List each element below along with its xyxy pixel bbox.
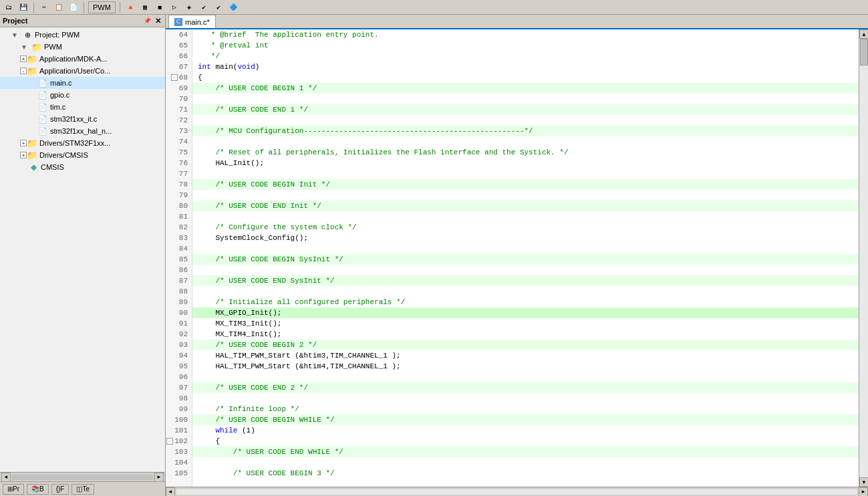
tab-templates[interactable]: ◫ Te: [71, 484, 94, 495]
tree-item-stm32-hal[interactable]: 📄 stm32f1xx_hal_n...: [0, 125, 165, 137]
expand-mdk-icon[interactable]: +: [20, 55, 27, 62]
code-line-76[interactable]: HAL_Init();: [192, 158, 859, 168]
code-line-74[interactable]: [192, 136, 859, 147]
hscroll-track[interactable]: [12, 475, 153, 480]
toolbar-icon-11[interactable]: ✔: [198, 1, 210, 13]
tab-project[interactable]: ⊞ Pr: [3, 484, 24, 495]
toolbar-icon-5[interactable]: 📄: [67, 1, 80, 13]
code-line-99[interactable]: /* Infinite loop */: [192, 404, 859, 414]
toolbar-icon-10[interactable]: ◈: [183, 1, 195, 13]
code-line-65[interactable]: * @retval int: [192, 40, 859, 51]
code-line-73[interactable]: /* MCU Configuration--------------------…: [192, 126, 859, 136]
toolbar-icon-9[interactable]: ▷: [168, 1, 180, 13]
tree-item-cmsis[interactable]: ◆ CMSIS: [0, 161, 165, 173]
tree-item-tim-c[interactable]: 📄 tim.c: [0, 101, 165, 113]
line-num-98: 98: [166, 393, 192, 404]
toolbar-icon-2[interactable]: 💾: [17, 1, 29, 13]
editor-tab-main-c[interactable]: C main.c*: [168, 15, 216, 28]
code-line-79[interactable]: [192, 190, 859, 201]
code-line-85[interactable]: /* USER CODE BEGIN SysInit */: [192, 254, 859, 265]
code-line-96[interactable]: [192, 372, 859, 382]
code-line-86[interactable]: [192, 265, 859, 275]
toolbar-icon-13[interactable]: 🔷: [227, 1, 239, 13]
code-line-64[interactable]: * @brief The application entry point.: [192, 29, 859, 40]
code-line-82[interactable]: /* Configure the system clock */: [192, 222, 859, 233]
code-line-75[interactable]: /* Reset of all peripherals, Initializes…: [192, 147, 859, 158]
line-num-66: 66: [166, 51, 192, 61]
tree-item-drivers-stm32[interactable]: + 📁 Drivers/STM32F1xx...: [0, 137, 165, 149]
line-num-65: 65: [166, 40, 192, 51]
code-line-104[interactable]: [192, 457, 859, 468]
code-line-84[interactable]: [192, 243, 859, 254]
expand-drivers-cmsis-icon[interactable]: +: [20, 152, 27, 158]
tree-item-drivers-cmsis[interactable]: + 📁 Drivers/CMSIS: [0, 149, 165, 161]
tree-item-main-c[interactable]: 📄 main.c: [0, 77, 165, 89]
code-line-80[interactable]: /* USER CODE END Init */: [192, 201, 859, 211]
code-lines[interactable]: * @brief The application entry point. * …: [192, 29, 859, 487]
toolbar-icon-8[interactable]: ◼: [154, 1, 166, 13]
hscroll-right[interactable]: ►: [154, 473, 164, 482]
code-line-102[interactable]: {: [192, 436, 859, 447]
code-line-70[interactable]: [192, 94, 859, 104]
code-line-105[interactable]: /* USER CODE BEGIN 3 */: [192, 468, 859, 479]
line-num-83: 83: [166, 233, 192, 243]
code-line-95[interactable]: HAL_TIM_PWM_Start (&htim4,TIM_CHANNEL_1 …: [192, 361, 859, 372]
hscroll-right-editor[interactable]: ►: [859, 487, 868, 497]
vscroll-up[interactable]: ▲: [859, 29, 868, 39]
sidebar: Project 📌 ✕ ▼ ⊕ Project: PWM: [0, 15, 166, 496]
code-line-97[interactable]: /* USER CODE END 2 */: [192, 382, 859, 393]
tree-item-project-pwm[interactable]: ▼ ⊕ Project: PWM: [0, 29, 165, 41]
project-tree: ▼ ⊕ Project: PWM ▼ 📁 PWM + 📁: [0, 27, 165, 472]
vscroll-thumb[interactable]: [860, 39, 868, 66]
code-line-94[interactable]: HAL_TIM_PWM_Start (&htim3,TIM_CHANNEL_1 …: [192, 350, 859, 361]
tree-item-stm32-it[interactable]: 📄 stm32f1xx_it.c: [0, 113, 165, 125]
code-line-98[interactable]: [192, 393, 859, 404]
pin-icon[interactable]: 📌: [142, 16, 152, 25]
toolbar-icon-1[interactable]: 🗂: [3, 1, 15, 13]
tree-item-pwm[interactable]: ▼ 📁 PWM: [0, 41, 165, 53]
hscroll-track-editor[interactable]: [176, 489, 857, 495]
close-icon[interactable]: ✕: [153, 16, 162, 25]
fold-icon-68[interactable]: -: [171, 74, 178, 81]
toolbar-icon-3[interactable]: ✂: [38, 1, 50, 13]
code-line-87[interactable]: /* USER CODE END SysInit */: [192, 275, 859, 286]
vscroll-down[interactable]: ▼: [859, 477, 868, 487]
tree-item-app-user[interactable]: - 📁 Application/User/Co...: [0, 65, 165, 77]
tree-item-app-mdk[interactable]: + 📁 Application/MDK-A...: [0, 53, 165, 65]
expand-user-icon[interactable]: -: [20, 68, 27, 74]
tree-label-app-mdk: Application/MDK-A...: [39, 55, 107, 63]
code-line-90[interactable]: MX_GPIO_Init();: [192, 307, 859, 318]
code-line-77[interactable]: [192, 168, 859, 179]
expand-drivers-stm32-icon[interactable]: +: [20, 140, 27, 146]
tab-project-label: Pr: [13, 485, 19, 493]
code-line-71[interactable]: /* USER CODE END 1 */: [192, 104, 859, 115]
code-line-83[interactable]: SystemClock_Config();: [192, 233, 859, 243]
code-line-91[interactable]: MX_TIM3_Init();: [192, 318, 859, 329]
toolbar-icon-6[interactable]: 🔺: [124, 1, 136, 13]
vscroll-track[interactable]: [859, 39, 868, 477]
hscroll-left[interactable]: ◄: [1, 473, 11, 482]
hscroll-left-editor[interactable]: ◄: [166, 487, 175, 497]
code-line-88[interactable]: [192, 286, 859, 297]
tab-books[interactable]: 📚 B: [27, 484, 49, 495]
code-line-100[interactable]: /* USER CODE BEGIN WHILE */: [192, 414, 859, 425]
code-line-89[interactable]: /* Initialize all configured peripherals…: [192, 297, 859, 307]
code-line-68[interactable]: {: [192, 72, 859, 83]
tab-functions[interactable]: {}F: [51, 484, 69, 495]
fold-icon-102[interactable]: -: [166, 438, 173, 445]
code-line-69[interactable]: /* USER CODE BEGIN 1 */: [192, 83, 859, 94]
code-line-72[interactable]: [192, 115, 859, 126]
code-line-101[interactable]: while (1): [192, 425, 859, 436]
code-line-92[interactable]: MX_TIM4_Init();: [192, 329, 859, 340]
toolbar-icon-4[interactable]: 📋: [53, 1, 65, 13]
code-line-103[interactable]: /* USER CODE END WHILE */: [192, 447, 859, 457]
code-line-66[interactable]: */: [192, 51, 859, 61]
toolbar-icon-7[interactable]: ▦: [139, 1, 151, 13]
code-line-93[interactable]: /* USER CODE BEGIN 2 */: [192, 340, 859, 350]
toolbar-icon-12[interactable]: ✔: [212, 1, 225, 13]
code-line-81[interactable]: [192, 211, 859, 222]
line-num-101: 101: [166, 425, 192, 436]
code-line-78[interactable]: /* USER CODE BEGIN Init */: [192, 179, 859, 190]
code-line-67[interactable]: int main(void): [192, 61, 859, 72]
tree-item-gpio-c[interactable]: 📄 gpio.c: [0, 89, 165, 101]
